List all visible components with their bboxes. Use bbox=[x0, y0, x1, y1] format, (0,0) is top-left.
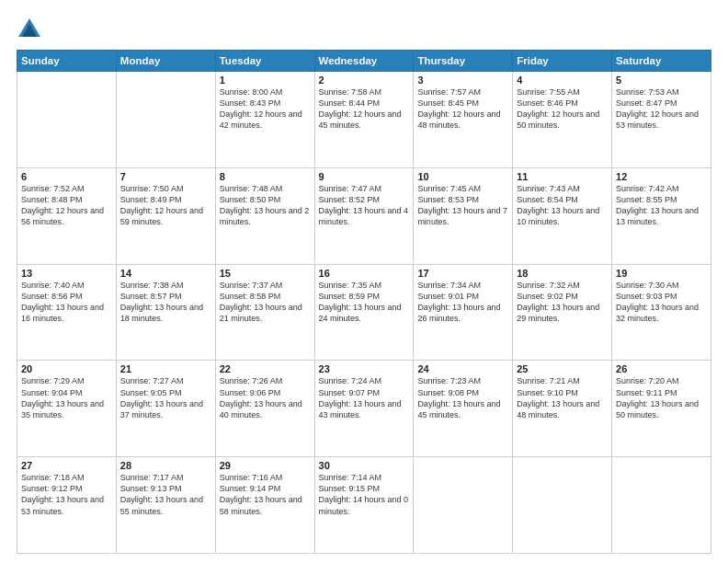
day-number: 15 bbox=[220, 268, 311, 279]
day-number: 24 bbox=[417, 363, 508, 374]
day-number: 9 bbox=[319, 171, 410, 182]
day-number: 5 bbox=[616, 75, 707, 86]
day-number: 30 bbox=[319, 460, 410, 471]
day-info: Sunrise: 7:53 AM Sunset: 8:47 PM Dayligh… bbox=[616, 86, 707, 132]
day-info: Sunrise: 7:57 AM Sunset: 8:45 PM Dayligh… bbox=[417, 86, 508, 132]
col-friday: Friday bbox=[513, 51, 612, 72]
calendar-header-row: Sunday Monday Tuesday Wednesday Thursday… bbox=[17, 51, 711, 72]
day-number: 25 bbox=[517, 363, 608, 374]
col-wednesday: Wednesday bbox=[314, 51, 414, 72]
day-number: 23 bbox=[319, 363, 410, 374]
day-info: Sunrise: 7:30 AM Sunset: 9:03 PM Dayligh… bbox=[616, 280, 707, 325]
day-info: Sunrise: 7:45 AM Sunset: 8:53 PM Dayligh… bbox=[417, 183, 508, 228]
table-row: 10Sunrise: 7:45 AM Sunset: 8:53 PM Dayli… bbox=[414, 167, 513, 264]
table-row: 11Sunrise: 7:43 AM Sunset: 8:54 PM Dayli… bbox=[513, 167, 612, 264]
table-row: 30Sunrise: 7:14 AM Sunset: 9:15 PM Dayli… bbox=[314, 457, 414, 554]
calendar-week-row: 20Sunrise: 7:29 AM Sunset: 9:04 PM Dayli… bbox=[17, 361, 711, 457]
table-row: 5Sunrise: 7:53 AM Sunset: 8:47 PM Daylig… bbox=[612, 72, 711, 168]
day-number: 17 bbox=[417, 268, 508, 279]
col-saturday: Saturday bbox=[612, 51, 711, 72]
day-info: Sunrise: 7:16 AM Sunset: 9:14 PM Dayligh… bbox=[220, 472, 311, 517]
header bbox=[17, 17, 711, 42]
table-row: 21Sunrise: 7:27 AM Sunset: 9:05 PM Dayli… bbox=[116, 361, 215, 457]
day-number: 19 bbox=[616, 268, 707, 279]
table-row: 29Sunrise: 7:16 AM Sunset: 9:14 PM Dayli… bbox=[215, 457, 314, 554]
calendar-week-row: 6Sunrise: 7:52 AM Sunset: 8:48 PM Daylig… bbox=[17, 167, 711, 264]
day-info: Sunrise: 7:17 AM Sunset: 9:13 PM Dayligh… bbox=[120, 472, 211, 517]
day-info: Sunrise: 7:47 AM Sunset: 8:52 PM Dayligh… bbox=[319, 183, 410, 228]
day-number: 3 bbox=[417, 75, 508, 86]
day-number: 7 bbox=[120, 171, 211, 182]
table-row: 15Sunrise: 7:37 AM Sunset: 8:58 PM Dayli… bbox=[215, 264, 314, 361]
day-number: 6 bbox=[21, 171, 112, 182]
calendar-week-row: 1Sunrise: 8:00 AM Sunset: 8:43 PM Daylig… bbox=[17, 72, 711, 168]
table-row: 28Sunrise: 7:17 AM Sunset: 9:13 PM Dayli… bbox=[116, 457, 215, 554]
day-info: Sunrise: 7:24 AM Sunset: 9:07 PM Dayligh… bbox=[319, 375, 410, 420]
table-row bbox=[17, 72, 117, 168]
table-row bbox=[612, 457, 711, 554]
table-row: 13Sunrise: 7:40 AM Sunset: 8:56 PM Dayli… bbox=[17, 264, 117, 361]
table-row: 24Sunrise: 7:23 AM Sunset: 9:08 PM Dayli… bbox=[414, 361, 513, 457]
day-info: Sunrise: 7:26 AM Sunset: 9:06 PM Dayligh… bbox=[220, 375, 311, 420]
table-row: 16Sunrise: 7:35 AM Sunset: 8:59 PM Dayli… bbox=[314, 264, 414, 361]
table-row: 22Sunrise: 7:26 AM Sunset: 9:06 PM Dayli… bbox=[215, 361, 314, 457]
day-number: 18 bbox=[517, 268, 608, 279]
day-info: Sunrise: 7:52 AM Sunset: 8:48 PM Dayligh… bbox=[21, 183, 112, 228]
table-row: 23Sunrise: 7:24 AM Sunset: 9:07 PM Dayli… bbox=[314, 361, 414, 457]
col-monday: Monday bbox=[116, 51, 215, 72]
day-number: 13 bbox=[21, 268, 112, 279]
day-info: Sunrise: 7:58 AM Sunset: 8:44 PM Dayligh… bbox=[319, 86, 410, 132]
table-row: 19Sunrise: 7:30 AM Sunset: 9:03 PM Dayli… bbox=[612, 264, 711, 361]
day-number: 1 bbox=[220, 75, 311, 86]
col-tuesday: Tuesday bbox=[215, 51, 314, 72]
table-row bbox=[414, 457, 513, 554]
day-number: 16 bbox=[319, 268, 410, 279]
logo bbox=[17, 17, 46, 42]
day-number: 27 bbox=[21, 460, 112, 471]
day-number: 12 bbox=[616, 171, 707, 182]
table-row: 17Sunrise: 7:34 AM Sunset: 9:01 PM Dayli… bbox=[414, 264, 513, 361]
table-row: 9Sunrise: 7:47 AM Sunset: 8:52 PM Daylig… bbox=[314, 167, 414, 264]
day-number: 29 bbox=[220, 460, 311, 471]
calendar-table: Sunday Monday Tuesday Wednesday Thursday… bbox=[17, 50, 711, 554]
table-row: 2Sunrise: 7:58 AM Sunset: 8:44 PM Daylig… bbox=[314, 72, 414, 168]
day-number: 11 bbox=[517, 171, 608, 182]
day-info: Sunrise: 7:40 AM Sunset: 8:56 PM Dayligh… bbox=[21, 280, 112, 325]
table-row: 25Sunrise: 7:21 AM Sunset: 9:10 PM Dayli… bbox=[513, 361, 612, 457]
table-row: 12Sunrise: 7:42 AM Sunset: 8:55 PM Dayli… bbox=[612, 167, 711, 264]
day-info: Sunrise: 7:34 AM Sunset: 9:01 PM Dayligh… bbox=[417, 280, 508, 325]
day-info: Sunrise: 8:00 AM Sunset: 8:43 PM Dayligh… bbox=[220, 86, 311, 132]
table-row: 26Sunrise: 7:20 AM Sunset: 9:11 PM Dayli… bbox=[612, 361, 711, 457]
day-info: Sunrise: 7:35 AM Sunset: 8:59 PM Dayligh… bbox=[319, 280, 410, 325]
table-row: 8Sunrise: 7:48 AM Sunset: 8:50 PM Daylig… bbox=[215, 167, 314, 264]
day-number: 4 bbox=[517, 75, 608, 86]
day-number: 21 bbox=[120, 363, 211, 374]
day-info: Sunrise: 7:21 AM Sunset: 9:10 PM Dayligh… bbox=[517, 375, 608, 420]
day-number: 20 bbox=[21, 363, 112, 374]
logo-icon bbox=[17, 17, 42, 42]
table-row: 4Sunrise: 7:55 AM Sunset: 8:46 PM Daylig… bbox=[513, 72, 612, 168]
table-row: 14Sunrise: 7:38 AM Sunset: 8:57 PM Dayli… bbox=[116, 264, 215, 361]
table-row: 18Sunrise: 7:32 AM Sunset: 9:02 PM Dayli… bbox=[513, 264, 612, 361]
calendar-week-row: 13Sunrise: 7:40 AM Sunset: 8:56 PM Dayli… bbox=[17, 264, 711, 361]
day-info: Sunrise: 7:43 AM Sunset: 8:54 PM Dayligh… bbox=[517, 183, 608, 228]
table-row: 6Sunrise: 7:52 AM Sunset: 8:48 PM Daylig… bbox=[17, 167, 117, 264]
page: Sunday Monday Tuesday Wednesday Thursday… bbox=[0, 0, 728, 563]
col-sunday: Sunday bbox=[17, 51, 117, 72]
table-row: 7Sunrise: 7:50 AM Sunset: 8:49 PM Daylig… bbox=[116, 167, 215, 264]
day-info: Sunrise: 7:42 AM Sunset: 8:55 PM Dayligh… bbox=[616, 183, 707, 228]
day-info: Sunrise: 7:29 AM Sunset: 9:04 PM Dayligh… bbox=[21, 375, 112, 420]
day-info: Sunrise: 7:32 AM Sunset: 9:02 PM Dayligh… bbox=[517, 280, 608, 325]
col-thursday: Thursday bbox=[414, 51, 513, 72]
day-info: Sunrise: 7:27 AM Sunset: 9:05 PM Dayligh… bbox=[120, 375, 211, 420]
day-number: 26 bbox=[616, 363, 707, 374]
table-row: 27Sunrise: 7:18 AM Sunset: 9:12 PM Dayli… bbox=[17, 457, 117, 554]
calendar-week-row: 27Sunrise: 7:18 AM Sunset: 9:12 PM Dayli… bbox=[17, 457, 711, 554]
day-info: Sunrise: 7:18 AM Sunset: 9:12 PM Dayligh… bbox=[21, 472, 112, 517]
table-row: 20Sunrise: 7:29 AM Sunset: 9:04 PM Dayli… bbox=[17, 361, 117, 457]
day-info: Sunrise: 7:48 AM Sunset: 8:50 PM Dayligh… bbox=[220, 183, 311, 228]
day-info: Sunrise: 7:23 AM Sunset: 9:08 PM Dayligh… bbox=[417, 375, 508, 420]
table-row bbox=[513, 457, 612, 554]
day-number: 8 bbox=[220, 171, 311, 182]
table-row: 1Sunrise: 8:00 AM Sunset: 8:43 PM Daylig… bbox=[215, 72, 314, 168]
